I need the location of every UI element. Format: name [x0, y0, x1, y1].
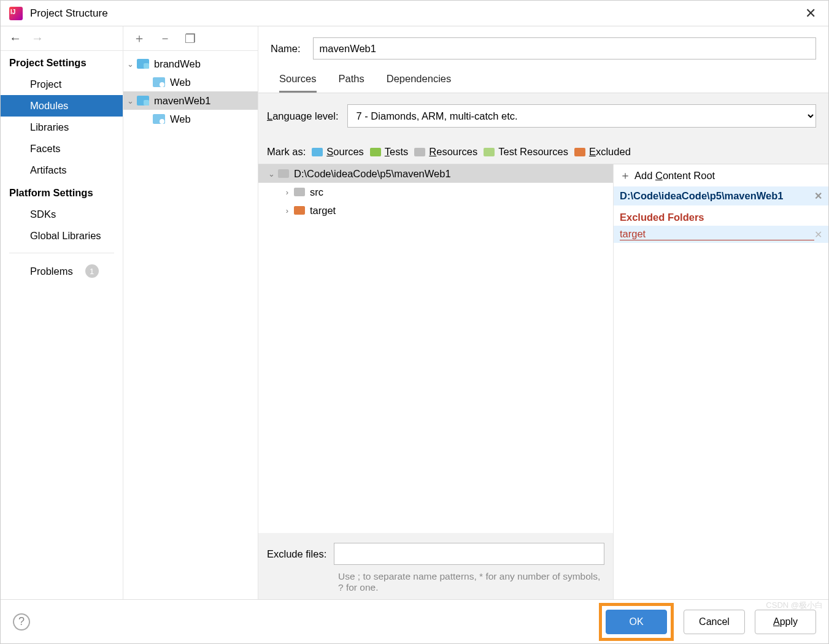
exclude-files-label: Exclude files: [267, 548, 326, 560]
module-brandweb[interactable]: brandWeb [123, 55, 258, 73]
language-level-select[interactable]: 7 - Diamonds, ARM, multi-catch etc. [347, 104, 816, 128]
title-bar: Project Structure ✕ [1, 1, 828, 26]
folder-label: target [310, 205, 336, 217]
excluded-folder-item[interactable]: target ✕ [614, 226, 828, 243]
excluded-folder-name: target [620, 228, 814, 240]
facet-web-brandweb[interactable]: Web [123, 73, 258, 91]
name-label: Name: [271, 43, 301, 55]
excluded-folders-header: Excluded Folders [614, 205, 828, 226]
module-label: brandWeb [154, 58, 201, 70]
settings-nav: ← → Project Settings Project Modules Lib… [1, 26, 123, 599]
folder-src[interactable]: src [258, 183, 613, 201]
module-icon [137, 59, 149, 69]
chevron-right-icon[interactable] [280, 188, 294, 197]
nav-global-libraries[interactable]: Global Libraries [1, 225, 123, 247]
nav-project[interactable]: Project [1, 74, 123, 95]
modules-tree-panel: ＋ － ❐ brandWeb Web mavenWeb1 [123, 26, 258, 599]
chevron-right-icon[interactable] [280, 206, 294, 215]
remove-root-icon[interactable]: ✕ [814, 190, 822, 202]
tab-sources[interactable]: Sources [279, 69, 317, 93]
svg-point-3 [160, 82, 164, 87]
window-title: Project Structure [30, 7, 801, 20]
facet-label: Web [170, 77, 191, 88]
watermark: CSDN @极小白 [766, 600, 823, 611]
chevron-down-icon[interactable] [123, 96, 137, 105]
ok-button[interactable]: OK [606, 610, 667, 634]
facet-web-mavenweb1[interactable]: Web [123, 110, 258, 128]
svg-rect-1 [144, 63, 149, 69]
content-root-entry[interactable]: D:\Code\ideaCode\p5\mavenWeb1 ✕ [614, 186, 828, 205]
app-icon [9, 7, 23, 20]
test-resources-folder-icon [484, 148, 495, 156]
add-content-root-button[interactable]: ＋ Add Content Root [614, 164, 828, 186]
nav-modules[interactable]: Modules [1, 95, 123, 117]
folder-target[interactable]: target [258, 201, 613, 220]
nav-problems[interactable]: Problems 1 [1, 259, 123, 283]
remove-module-icon[interactable]: － [159, 30, 171, 47]
content-root-label: D:\Code\ideaCode\p5\mavenWeb1 [620, 190, 784, 202]
mark-as-label: Mark as: [267, 146, 306, 158]
sources-folder-icon [312, 148, 323, 156]
mark-tests-button[interactable]: Tests [370, 146, 409, 158]
close-icon[interactable]: ✕ [801, 6, 820, 21]
svg-rect-5 [144, 100, 149, 105]
problems-count-badge: 1 [85, 264, 99, 278]
cancel-button[interactable]: Cancel [684, 610, 745, 634]
exclude-files-input[interactable] [334, 543, 604, 565]
mark-sources-button[interactable]: Sources [312, 146, 364, 158]
nav-problems-label: Problems [30, 266, 73, 277]
section-project-settings: Project Settings [1, 51, 123, 74]
nav-artifacts[interactable]: Artifacts [1, 159, 123, 181]
language-level-label: Language level: [267, 110, 339, 122]
tab-paths[interactable]: Paths [339, 69, 364, 93]
nav-sdks[interactable]: SDKs [1, 204, 123, 225]
help-icon[interactable]: ? [13, 613, 30, 631]
add-module-icon[interactable]: ＋ [133, 30, 145, 47]
chevron-down-icon[interactable] [123, 59, 137, 69]
nav-forward-icon[interactable]: → [31, 31, 44, 45]
nav-libraries[interactable]: Libraries [1, 117, 123, 138]
apply-button[interactable]: Apply [755, 610, 816, 634]
svg-point-7 [160, 119, 164, 124]
exclude-files-hint: Use ; to separate name patterns, * for a… [267, 565, 604, 593]
module-mavenweb1[interactable]: mavenWeb1 [123, 91, 258, 110]
tab-dependencies[interactable]: Dependencies [387, 69, 452, 93]
nav-divider [9, 253, 114, 253]
mark-excluded-button[interactable]: Excluded [574, 146, 631, 158]
module-label: mavenWeb1 [154, 95, 210, 107]
ok-highlight: OK [599, 603, 674, 641]
module-name-input[interactable] [313, 37, 816, 59]
folder-label: src [310, 186, 323, 198]
excluded-folder-icon [574, 148, 585, 156]
dialog-footer: ? OK Cancel Apply [1, 599, 828, 643]
remove-excluded-icon[interactable]: ✕ [814, 229, 822, 240]
content-root-row[interactable]: D:\Code\ideaCode\p5\mavenWeb1 [258, 164, 613, 183]
nav-back-icon[interactable]: ← [9, 31, 21, 45]
chevron-down-icon[interactable] [264, 169, 278, 178]
web-facet-icon [153, 114, 165, 124]
section-platform-settings: Platform Settings [1, 181, 123, 204]
nav-facets[interactable]: Facets [1, 138, 123, 159]
plus-icon: ＋ [620, 168, 631, 183]
module-content: Name: Sources Paths Dependencies Languag… [258, 26, 828, 599]
web-facet-icon [153, 77, 165, 87]
facet-label: Web [170, 113, 191, 125]
mark-resources-button[interactable]: Resources [414, 146, 477, 158]
resources-folder-icon [414, 148, 425, 156]
tests-folder-icon [370, 148, 381, 156]
mark-test-resources-button[interactable]: Test Resources [484, 146, 568, 158]
module-icon [137, 96, 149, 105]
folder-icon [294, 188, 305, 196]
folder-icon [294, 206, 305, 215]
folder-icon [278, 169, 289, 178]
copy-module-icon[interactable]: ❐ [185, 31, 196, 46]
content-root-path: D:\Code\ideaCode\p5\mavenWeb1 [294, 168, 451, 180]
